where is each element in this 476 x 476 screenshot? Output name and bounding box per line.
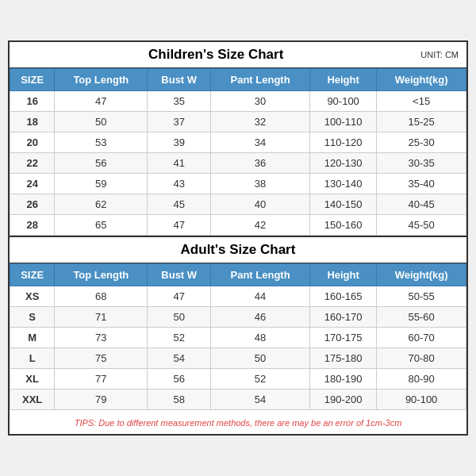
- table-cell: 43: [148, 174, 211, 194]
- table-cell: 75: [55, 348, 148, 369]
- table-cell: 32: [211, 112, 310, 132]
- adult-header-cell: SIZE: [10, 264, 55, 286]
- adult-header-cell: Pant Length: [211, 264, 310, 286]
- table-cell: 47: [148, 286, 211, 307]
- table-cell: 50: [211, 348, 310, 369]
- table-cell: 55-60: [377, 307, 466, 328]
- table-cell: 80-90: [377, 369, 466, 390]
- table-cell: 175-180: [310, 348, 377, 369]
- table-row: 1647353090-100<15: [10, 91, 466, 112]
- children-title-row: Children's Size Chart UNIT: CM: [10, 42, 466, 68]
- table-cell: 45-50: [377, 215, 466, 236]
- table-cell: 79: [55, 390, 148, 410]
- adult-header-cell: Bust W: [148, 264, 211, 286]
- table-cell: 35: [148, 91, 211, 112]
- table-cell: 44: [211, 286, 310, 307]
- adult-section-title: Adult's Size Chart: [17, 242, 459, 258]
- table-cell: 56: [55, 153, 148, 174]
- adult-header-cell: Weight(kg): [377, 264, 466, 286]
- table-cell: 30: [211, 91, 310, 112]
- table-cell: 100-110: [310, 112, 377, 132]
- table-cell: 39: [148, 132, 211, 153]
- table-cell: 25-30: [377, 132, 466, 153]
- table-row: XS684744160-16550-55: [10, 286, 466, 307]
- table-cell: L: [10, 348, 55, 369]
- table-cell: 26: [10, 194, 55, 215]
- table-cell: 190-200: [310, 390, 377, 410]
- children-table: SIZETop LengthBust WPant LengthHeightWei…: [10, 68, 466, 236]
- table-cell: 52: [148, 328, 211, 348]
- size-chart-container: Children's Size Chart UNIT: CM SIZETop L…: [8, 40, 468, 436]
- table-cell: 130-140: [310, 174, 377, 194]
- table-cell: 22: [10, 153, 55, 174]
- table-cell: 46: [211, 307, 310, 328]
- table-cell: 73: [55, 328, 148, 348]
- table-cell: 140-150: [310, 194, 377, 215]
- table-cell: XXL: [10, 390, 55, 410]
- table-cell: 40: [211, 194, 310, 215]
- table-cell: 20: [10, 132, 55, 153]
- table-row: XL775652180-19080-90: [10, 369, 466, 390]
- table-cell: S: [10, 307, 55, 328]
- table-cell: 120-130: [310, 153, 377, 174]
- table-cell: 37: [148, 112, 211, 132]
- table-cell: 54: [148, 348, 211, 369]
- table-cell: 160-165: [310, 286, 377, 307]
- table-cell: 40-45: [377, 194, 466, 215]
- table-cell: 50: [55, 112, 148, 132]
- table-cell: 18: [10, 112, 55, 132]
- table-cell: 42: [211, 215, 310, 236]
- children-header-cell: Weight(kg): [377, 69, 466, 91]
- table-cell: 28: [10, 215, 55, 236]
- table-row: 24594338130-14035-40: [10, 174, 466, 194]
- table-cell: 16: [10, 91, 55, 112]
- table-row: 18503732100-11015-25: [10, 112, 466, 132]
- table-cell: 170-175: [310, 328, 377, 348]
- table-row: 28654742150-16045-50: [10, 215, 466, 236]
- children-header-cell: Height: [310, 69, 377, 91]
- children-header-cell: Pant Length: [211, 69, 310, 91]
- adult-header-cell: Top Length: [55, 264, 148, 286]
- table-cell: 50: [148, 307, 211, 328]
- table-cell: M: [10, 328, 55, 348]
- table-row: S715046160-17055-60: [10, 307, 466, 328]
- table-cell: 62: [55, 194, 148, 215]
- tips-row: TIPS: Due to different measurement metho…: [10, 410, 466, 434]
- table-cell: 110-120: [310, 132, 377, 153]
- table-row: M735248170-17560-70: [10, 328, 466, 348]
- table-cell: 36: [211, 153, 310, 174]
- table-cell: 47: [148, 215, 211, 236]
- table-cell: 77: [55, 369, 148, 390]
- children-header-cell: Bust W: [148, 69, 211, 91]
- table-row: 20533934110-12025-30: [10, 132, 466, 153]
- table-cell: 30-35: [377, 153, 466, 174]
- table-cell: 160-170: [310, 307, 377, 328]
- table-cell: 54: [211, 390, 310, 410]
- table-cell: 58: [148, 390, 211, 410]
- table-row: L755450175-18070-80: [10, 348, 466, 369]
- table-cell: 53: [55, 132, 148, 153]
- table-cell: 34: [211, 132, 310, 153]
- table-cell: 180-190: [310, 369, 377, 390]
- table-cell: 59: [55, 174, 148, 194]
- table-cell: XL: [10, 369, 55, 390]
- table-cell: 50-55: [377, 286, 466, 307]
- children-header-cell: SIZE: [10, 69, 55, 91]
- children-header-cell: Top Length: [55, 69, 148, 91]
- table-cell: 68: [55, 286, 148, 307]
- table-cell: 35-40: [377, 174, 466, 194]
- table-cell: 90-100: [310, 91, 377, 112]
- table-row: 22564136120-13030-35: [10, 153, 466, 174]
- children-section-title: Children's Size Chart: [17, 47, 414, 63]
- adult-header-row: SIZETop LengthBust WPant LengthHeightWei…: [10, 264, 466, 286]
- table-cell: 41: [148, 153, 211, 174]
- table-cell: 52: [211, 369, 310, 390]
- table-row: 26624540140-15040-45: [10, 194, 466, 215]
- table-cell: 65: [55, 215, 148, 236]
- table-cell: 60-70: [377, 328, 466, 348]
- table-cell: 45: [148, 194, 211, 215]
- table-cell: 48: [211, 328, 310, 348]
- adult-header-cell: Height: [310, 264, 377, 286]
- table-cell: 15-25: [377, 112, 466, 132]
- unit-label: UNIT: CM: [420, 50, 459, 60]
